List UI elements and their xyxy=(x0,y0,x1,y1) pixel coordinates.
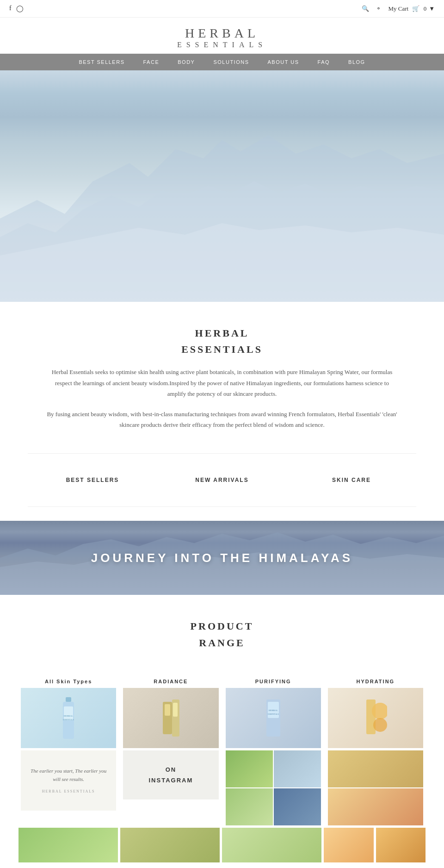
logo-area: HERBAL ESSENTIALS xyxy=(0,18,444,54)
quote-text: The earlier you start, The earlier you w… xyxy=(28,767,109,783)
about-para1: Herbal Essentials seeks to optimise skin… xyxy=(46,367,398,399)
category-links: BEST SELLERS NEW ARRIVALS SKIN CARE xyxy=(28,453,416,507)
mountain-background xyxy=(0,70,444,302)
about-section: HERBAL ESSENTIALS Herbal Essentials seek… xyxy=(0,302,444,453)
top-bar: f ◯ 🔍 ⚬ My Cart 🛒 0 ▼ xyxy=(0,0,444,18)
product-title-radiance[interactable]: RADIANCE xyxy=(123,679,218,684)
product-img-hydrating[interactable] xyxy=(328,688,423,748)
social-links: f ◯ xyxy=(9,5,24,12)
product-img-allskin[interactable]: HERBAL ESSENTIALS xyxy=(21,688,116,748)
category-new-arrivals[interactable]: NEW ARRIVALS xyxy=(157,472,287,488)
quote-brand: HERBAL ESSENTIALS xyxy=(42,789,95,793)
himalaya-banner: JOURNEY INTO THE HIMALAYAS xyxy=(0,521,444,595)
about-heading: HERBAL ESSENTIALS xyxy=(46,325,398,357)
product-range-heading: PRODUCT RANGE xyxy=(18,618,426,650)
hydrating-img-1[interactable] xyxy=(328,750,423,787)
account-icon[interactable]: ⚬ xyxy=(376,5,381,12)
orange-img-2[interactable] xyxy=(376,828,426,862)
svg-rect-13 xyxy=(173,703,178,717)
green-img-3[interactable] xyxy=(222,828,321,862)
product-col-hydrating: HYDRATING xyxy=(326,679,426,825)
svg-rect-11 xyxy=(165,704,170,716)
instagram-heading: ON INSTAGRAM xyxy=(128,764,214,786)
insta-img-2[interactable] xyxy=(274,750,321,787)
main-nav: BEST SELLERS FACE BODY SOLUTIONS ABOUT U… xyxy=(0,54,444,70)
product-col-radiance: RADIANCE ON INSTAGRAM xyxy=(121,679,221,825)
logo-subtitle[interactable]: ESSENTIALS xyxy=(0,41,444,49)
svg-rect-18 xyxy=(366,699,376,734)
nav-solutions[interactable]: SOLUTIONS xyxy=(204,54,258,70)
nav-faq[interactable]: FAQ xyxy=(308,54,339,70)
svg-point-20 xyxy=(373,718,387,732)
instagram-grid xyxy=(226,750,321,825)
svg-rect-5 xyxy=(66,697,71,702)
hydrating-imgs xyxy=(328,750,423,787)
cart-area[interactable]: My Cart 🛒 0 ▼ xyxy=(388,5,435,12)
insta-img-4[interactable] xyxy=(274,788,321,825)
cart-label: My Cart xyxy=(388,5,408,12)
instagram-icon[interactable]: ◯ xyxy=(16,5,24,12)
hydrating-extra[interactable] xyxy=(328,788,423,825)
product-title-allskin[interactable]: All Skin Types xyxy=(21,679,116,684)
products-row: All Skin Types HERBAL ESSENTIALS The ear… xyxy=(18,679,426,825)
product-col-purifying: PURIFYING HERBAL ESSENTIALS xyxy=(223,679,323,825)
insta-img-3[interactable] xyxy=(226,788,273,825)
product-img-purifying[interactable]: HERBAL ESSENTIALS xyxy=(226,688,321,748)
category-skin-care[interactable]: SKIN CARE xyxy=(287,472,416,488)
svg-text:HERBAL: HERBAL xyxy=(64,715,73,717)
product-title-purifying[interactable]: PURIFYING xyxy=(226,679,321,684)
top-bar-right: 🔍 ⚬ My Cart 🛒 0 ▼ xyxy=(362,5,435,12)
hero-banner xyxy=(0,70,444,302)
product-img-radiance[interactable] xyxy=(123,688,218,748)
cart-chevron: ▼ xyxy=(429,5,435,12)
cart-count: 0 xyxy=(424,5,427,12)
nav-body[interactable]: BODY xyxy=(168,54,204,70)
himalaya-text: JOURNEY INTO THE HIMALAYAS xyxy=(91,551,353,565)
logo-title[interactable]: HERBAL xyxy=(0,26,444,41)
product-range-section: PRODUCT RANGE xyxy=(0,595,444,678)
search-icon[interactable]: 🔍 xyxy=(362,5,369,12)
green-img-2[interactable] xyxy=(120,828,220,862)
nav-best-sellers[interactable]: BEST SELLERS xyxy=(69,54,134,70)
nav-blog[interactable]: BLOG xyxy=(339,54,375,70)
category-best-sellers[interactable]: BEST SELLERS xyxy=(28,472,157,488)
nav-face[interactable]: FACE xyxy=(134,54,169,70)
insta-img-1[interactable] xyxy=(226,750,273,787)
svg-text:HERBAL: HERBAL xyxy=(269,709,278,712)
svg-text:ESSENTIALS: ESSENTIALS xyxy=(268,713,279,715)
about-para2: By fusing ancient beauty wisdom, with be… xyxy=(46,409,398,431)
product-col-allskin: All Skin Types HERBAL ESSENTIALS The ear… xyxy=(18,679,118,825)
products-section: All Skin Types HERBAL ESSENTIALS The ear… xyxy=(0,679,444,868)
green-img-1[interactable] xyxy=(18,828,118,862)
nav-about-us[interactable]: ABOUT US xyxy=(259,54,308,70)
facebook-icon[interactable]: f xyxy=(9,5,12,12)
svg-text:ESSENTIALS: ESSENTIALS xyxy=(63,718,74,721)
orange-img-1[interactable] xyxy=(324,828,374,862)
product-title-hydrating[interactable]: HYDRATING xyxy=(328,679,423,684)
quote-card: The earlier you start, The earlier you w… xyxy=(21,750,116,811)
second-image-row xyxy=(18,828,426,862)
